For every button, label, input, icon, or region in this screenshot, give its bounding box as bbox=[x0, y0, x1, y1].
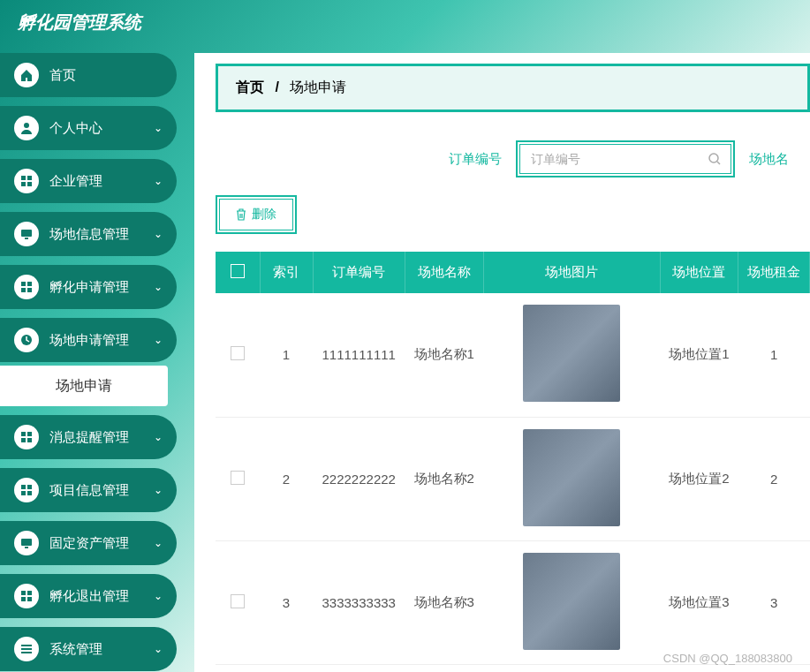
table-header-6: 场地租金 bbox=[738, 252, 810, 293]
data-table: 索引订单编号场地名称场地图片场地位置场地租金 1 1111111111 场地名称… bbox=[216, 252, 810, 665]
nav-label: 首页 bbox=[49, 67, 163, 84]
chevron-down-icon: ⌄ bbox=[154, 334, 163, 346]
nav-label: 系统管理 bbox=[49, 641, 154, 658]
user-icon bbox=[14, 116, 39, 140]
cell-index: 1 bbox=[260, 293, 313, 417]
svg-rect-27 bbox=[21, 648, 32, 650]
cell-name: 场地名称3 bbox=[405, 540, 483, 664]
svg-line-30 bbox=[717, 162, 720, 164]
delete-label: 删除 bbox=[252, 207, 276, 223]
svg-rect-2 bbox=[27, 176, 32, 180]
svg-point-29 bbox=[709, 154, 718, 162]
table-row: 2 2222222222 场地名称2 场地位置2 2 bbox=[216, 417, 810, 540]
breadcrumb-separator: / bbox=[275, 79, 278, 94]
cell-location: 场地位置2 bbox=[660, 417, 738, 540]
grid-icon bbox=[14, 169, 39, 193]
svg-rect-18 bbox=[21, 491, 26, 495]
chevron-down-icon: ⌄ bbox=[154, 122, 163, 134]
svg-rect-26 bbox=[21, 645, 32, 646]
cell-rent: 1 bbox=[738, 293, 810, 417]
breadcrumb-home[interactable]: 首页 bbox=[236, 79, 264, 94]
svg-rect-5 bbox=[21, 230, 32, 237]
table-header-1: 索引 bbox=[260, 252, 313, 293]
cell-location: 场地位置1 bbox=[660, 293, 738, 417]
table-header-0 bbox=[216, 252, 260, 293]
select-all-checkbox[interactable] bbox=[231, 264, 245, 278]
cell-image bbox=[483, 293, 660, 417]
row-checkbox[interactable] bbox=[231, 346, 245, 360]
venue-image[interactable] bbox=[523, 553, 620, 650]
toolbar: 删除 bbox=[194, 186, 810, 252]
svg-rect-14 bbox=[21, 438, 26, 442]
sidebar-item-10[interactable]: 系统管理⌄ bbox=[0, 627, 177, 671]
nav-label: 个人中心 bbox=[49, 120, 154, 137]
svg-rect-20 bbox=[21, 539, 32, 546]
table-header-2: 订单编号 bbox=[313, 252, 405, 293]
venue-image[interactable] bbox=[523, 305, 620, 402]
sidebar-item-7[interactable]: 项目信息管理⌄ bbox=[0, 468, 177, 512]
monitor-icon bbox=[14, 531, 39, 555]
cell-image bbox=[483, 417, 660, 540]
sidebar-item-1[interactable]: 个人中心⌄ bbox=[0, 106, 177, 150]
svg-rect-15 bbox=[27, 438, 32, 442]
table-header-row: 索引订单编号场地名称场地图片场地位置场地租金 bbox=[216, 252, 810, 293]
cell-location: 场地位置3 bbox=[660, 540, 738, 664]
sidebar-item-3[interactable]: 场地信息管理⌄ bbox=[0, 212, 177, 256]
cell-order-no: 1111111111 bbox=[313, 293, 405, 417]
sidebar-subitem[interactable]: 场地申请 bbox=[0, 366, 168, 406]
svg-rect-1 bbox=[21, 176, 26, 180]
svg-rect-23 bbox=[27, 591, 32, 595]
cell-index: 2 bbox=[260, 417, 313, 540]
grid-icon bbox=[14, 275, 39, 299]
svg-rect-19 bbox=[27, 491, 32, 495]
app-header: 孵化园管理系统 bbox=[0, 0, 810, 44]
svg-rect-9 bbox=[21, 288, 26, 292]
svg-rect-3 bbox=[21, 182, 26, 186]
svg-rect-22 bbox=[21, 591, 26, 595]
sidebar-item-2[interactable]: 企业管理⌄ bbox=[0, 159, 177, 203]
search-input[interactable] bbox=[520, 145, 699, 173]
sidebar-item-8[interactable]: 固定资产管理⌄ bbox=[0, 521, 177, 565]
delete-button[interactable]: 删除 bbox=[219, 199, 293, 230]
sidebar-item-9[interactable]: 孵化退出管理⌄ bbox=[0, 574, 177, 618]
svg-rect-8 bbox=[27, 282, 32, 286]
cell-order-no: 3333333333 bbox=[313, 540, 405, 664]
svg-point-0 bbox=[24, 123, 29, 128]
chevron-down-icon: ⌄ bbox=[154, 643, 163, 655]
search-icon[interactable] bbox=[699, 152, 731, 166]
cell-name: 场地名称1 bbox=[405, 293, 483, 417]
search-wrapper bbox=[516, 140, 735, 177]
cell-order-no: 2222222222 bbox=[313, 417, 405, 540]
cell-rent: 2 bbox=[738, 417, 810, 540]
clock-icon bbox=[14, 328, 39, 352]
nav-label: 场地申请管理 bbox=[49, 332, 154, 349]
sidebar: 首页个人中心⌄企业管理⌄场地信息管理⌄孵化申请管理⌄场地申请管理⌄场地申请消息提… bbox=[0, 53, 177, 672]
svg-rect-12 bbox=[21, 432, 26, 436]
watermark: CSDN @QQ_188083800 bbox=[663, 652, 792, 665]
venue-image[interactable] bbox=[523, 429, 620, 526]
breadcrumb-current: 场地申请 bbox=[290, 79, 346, 94]
svg-rect-13 bbox=[27, 432, 32, 436]
row-checkbox[interactable] bbox=[231, 594, 245, 608]
nav-label: 孵化退出管理 bbox=[49, 588, 154, 605]
cell-name: 场地名称2 bbox=[405, 417, 483, 540]
grid-icon bbox=[14, 425, 39, 449]
nav-label: 场地信息管理 bbox=[49, 226, 154, 243]
svg-rect-25 bbox=[27, 597, 32, 601]
grid-icon bbox=[14, 478, 39, 502]
monitor-icon bbox=[14, 222, 39, 246]
svg-rect-16 bbox=[21, 485, 26, 489]
row-checkbox[interactable] bbox=[231, 471, 245, 485]
cell-rent: 3 bbox=[738, 540, 810, 664]
table-header-4: 场地图片 bbox=[483, 252, 660, 293]
nav-label: 项目信息管理 bbox=[49, 482, 154, 499]
svg-rect-28 bbox=[21, 652, 32, 653]
filter-bar: 订单编号 场地名 bbox=[194, 123, 810, 186]
list-icon bbox=[14, 637, 39, 661]
chevron-down-icon: ⌄ bbox=[154, 590, 163, 602]
chevron-down-icon: ⌄ bbox=[154, 228, 163, 240]
sidebar-item-5[interactable]: 场地申请管理⌄ bbox=[0, 318, 177, 362]
sidebar-item-6[interactable]: 消息提醒管理⌄ bbox=[0, 415, 177, 459]
sidebar-item-4[interactable]: 孵化申请管理⌄ bbox=[0, 265, 177, 309]
sidebar-item-0[interactable]: 首页 bbox=[0, 53, 177, 97]
